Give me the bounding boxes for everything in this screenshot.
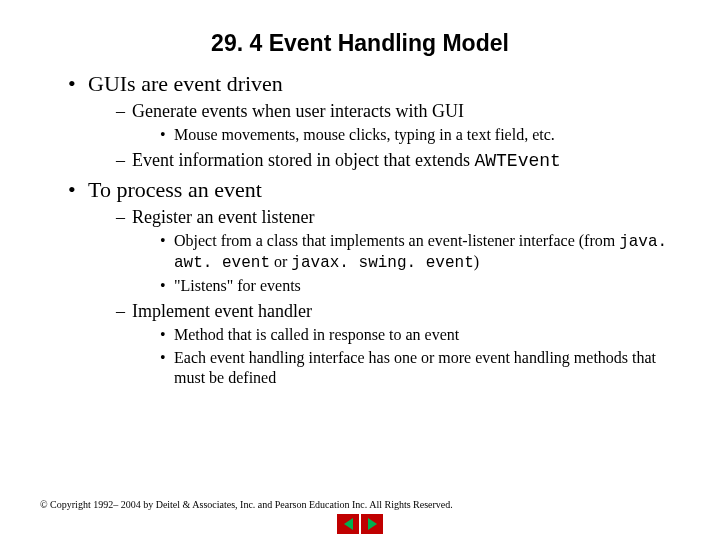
bullet-lvl3: Mouse movements, mouse clicks, typing in… (160, 125, 680, 145)
bullet-text: Generate events when user interacts with… (132, 101, 464, 121)
bullet-text: To process an event (88, 177, 262, 202)
triangle-left-icon (344, 518, 353, 530)
bullet-lvl2: Event information stored in object that … (116, 150, 680, 171)
bullet-lvl1: GUIs are event driven Generate events wh… (68, 71, 680, 171)
bullet-text: Mouse movements, mouse clicks, typing in… (174, 126, 555, 143)
bullet-text: or (270, 253, 291, 270)
bullet-lvl2: Implement event handler Method that is c… (116, 301, 680, 388)
bullet-text: ) (474, 253, 479, 270)
triangle-right-icon (368, 518, 377, 530)
nav-controls (337, 514, 383, 534)
slide-title: 29. 4 Event Handling Model (40, 30, 680, 57)
bullet-lvl3: Method that is called in response to an … (160, 325, 680, 345)
code-text: AWTEvent (474, 151, 560, 171)
bullet-list: GUIs are event driven Generate events wh… (40, 71, 680, 388)
bullet-text: Method that is called in response to an … (174, 326, 459, 343)
slide: 29. 4 Event Handling Model GUIs are even… (0, 0, 720, 388)
copyright-footer: © Copyright 1992– 2004 by Deitel & Assoc… (40, 499, 453, 510)
bullet-text: Implement event handler (132, 301, 312, 321)
bullet-lvl2: Generate events when user interacts with… (116, 101, 680, 145)
bullet-text: Each event handling interface has one or… (174, 349, 656, 386)
bullet-lvl2: Register an event listener Object from a… (116, 207, 680, 296)
prev-button[interactable] (337, 514, 359, 534)
bullet-text: "Listens" for events (174, 277, 301, 294)
bullet-lvl1: To process an event Register an event li… (68, 177, 680, 388)
code-text: javax. swing. event (291, 254, 473, 272)
bullet-lvl3: Each event handling interface has one or… (160, 348, 680, 388)
next-button[interactable] (361, 514, 383, 534)
bullet-lvl3: "Listens" for events (160, 276, 680, 296)
bullet-text: Register an event listener (132, 207, 314, 227)
bullet-text: Event information stored in object that … (132, 150, 474, 170)
bullet-text: Object from a class that implements an e… (174, 232, 619, 249)
bullet-text: GUIs are event driven (88, 71, 283, 96)
bullet-lvl3: Object from a class that implements an e… (160, 231, 680, 273)
